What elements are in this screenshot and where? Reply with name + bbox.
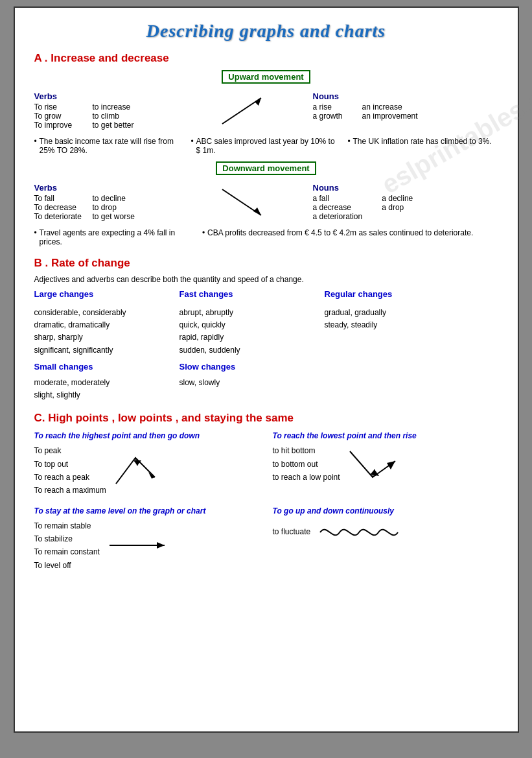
verb-def-2: to climb [93, 112, 119, 121]
nouns-col-1: a rise a growth [313, 102, 343, 121]
downward-verbs-col: Verbs To fall to decline To decrease to … [34, 183, 177, 222]
noun-3: an increase [362, 102, 418, 112]
small-changes-title: Small changes [34, 362, 177, 372]
svg-marker-11 [157, 542, 165, 549]
c-col-1b-words: To remain stableTo stabilizeTo remain co… [34, 519, 100, 573]
svg-marker-4 [148, 472, 155, 479]
fast-changes-words: abrupt, abruptlyquick, quicklyrapid, rap… [179, 307, 322, 357]
rate-description: Adjectives and adverbs can describe both… [34, 275, 498, 284]
downward-nouns-grid: a fall a decrease a deterioration a decl… [313, 194, 498, 221]
downward-arrow-icon [216, 183, 268, 222]
downward-box-title: Downward movement [216, 161, 316, 175]
section-c-row1: To reach the highest point and then go d… [34, 431, 498, 497]
slow-changes-col: Slow changes [179, 362, 322, 374]
upward-arrow-icon [216, 91, 268, 130]
upward-example-1: The basic income tax rate will rise from… [34, 137, 185, 155]
section-c-title: C. High points , low points , and stayin… [34, 412, 498, 425]
upward-verbs-col: Verbs To rise to increase To grow to cli… [34, 91, 177, 130]
changes-words-bottom: moderate, moderatelyslight, slightly slo… [34, 377, 498, 401]
section-c-row2: To stay at the same level on the graph o… [34, 506, 498, 573]
downward-nouns-col: Nouns a fall a decrease a deterioration … [306, 183, 498, 222]
upward-verbs-nouns: Verbs To rise to increase To grow to cli… [34, 91, 498, 130]
upward-box-title: Upward movement [222, 70, 310, 84]
c-col-2a-title: To reach the lowest point and then rise [273, 431, 498, 440]
dnoun-5: a drop [382, 203, 413, 212]
verb-def-1: to increase [93, 102, 131, 112]
section-a: A . Increase and decrease Upward movemen… [34, 52, 498, 246]
downward-nouns-label: Nouns [313, 183, 498, 193]
c-col-1b-content: To remain stableTo stabilizeTo remain co… [34, 519, 260, 573]
main-page: eslprintables.com Describing graphs and … [14, 6, 519, 733]
upward-verbs-label: Verbs [34, 91, 177, 101]
upward-nouns-grid: a rise a growth an increase an improveme… [313, 102, 498, 121]
upward-nouns-col: Nouns a rise a growth an increase an imp… [306, 91, 498, 130]
dverb-row-3: To deteriorate to get worse [34, 212, 177, 221]
nouns-col-2: an increase an improvement [362, 102, 418, 121]
downward-example-1: Travel agents are expecting a 4% fall in… [34, 228, 196, 246]
small-changes-col: Small changes [34, 362, 177, 374]
changes-grid-top: Large changes Fast changes Regular chang… [34, 289, 498, 302]
noun-1: a rise [313, 102, 343, 112]
dverb-def-1: to decline [93, 194, 126, 203]
noun-2: a growth [313, 112, 343, 121]
page-title: Describing graphs and charts [34, 21, 498, 41]
large-changes-title: Large changes [34, 289, 177, 299]
verb-3: To improve [34, 121, 86, 130]
downward-examples: Travel agents are expecting a 4% fall in… [34, 228, 498, 246]
large-changes-col: Large changes [34, 289, 177, 302]
dverb-1: To fall [34, 194, 86, 203]
c-col-2a-words: to hit bottomto bottom outto reach a low… [273, 444, 340, 484]
c-col-1a-content: To peakTo top outTo reach a peakTo reach… [34, 444, 260, 497]
dnouns-col-1: a fall a decrease a deterioration [313, 194, 363, 221]
empty-words [325, 377, 498, 401]
c-col-2b-content: to fluctuate [273, 519, 498, 545]
large-changes-words: considerable, considerablydramatic, dram… [34, 307, 177, 357]
upward-examples: The basic income tax rate will rise from… [34, 137, 498, 155]
regular-changes-words: gradual, graduallysteady, steadily [325, 307, 498, 357]
downward-arrow-area [177, 183, 306, 222]
dverb-def-2: to drop [93, 203, 117, 212]
upward-nouns-label: Nouns [313, 91, 498, 101]
empty-col [325, 362, 498, 374]
dnoun-4: a decline [382, 194, 413, 203]
dnoun-2: a decrease [313, 203, 363, 212]
dverb-row-2: To decrease to drop [34, 203, 177, 212]
regular-changes-title: Regular changes [325, 289, 498, 299]
verb-row-3: To improve to get better [34, 121, 177, 130]
changes-grid-bottom: Small changes Slow changes [34, 362, 498, 374]
stable-arrow-icon [106, 536, 171, 555]
verb-row-1: To rise to increase [34, 102, 177, 112]
c-col-1b-title: To stay at the same level on the graph o… [34, 506, 260, 515]
upward-example-2: ABC sales improved last year by 10% to $… [191, 137, 341, 155]
c-col-1a: To reach the highest point and then go d… [34, 431, 260, 497]
dverb-2: To decrease [34, 203, 86, 212]
noun-4: an improvement [362, 112, 418, 121]
upward-arrow-area [177, 91, 306, 130]
verb-row-2: To grow to climb [34, 112, 177, 121]
section-b-title: B . Rate of change [34, 257, 498, 270]
dnoun-1: a fall [313, 194, 363, 203]
dverb-3: To deteriorate [34, 212, 86, 221]
dverb-def-3: to get worse [93, 212, 135, 221]
fast-changes-col: Fast changes [179, 289, 322, 302]
bottom-arrow-icon [347, 445, 405, 484]
section-c: C. High points , low points , and stayin… [34, 412, 498, 572]
peak-arrow-icon [113, 451, 165, 490]
svg-marker-3 [253, 207, 261, 215]
verb-1: To rise [34, 102, 86, 112]
downward-example-2: CBA profits decreased from € 4.5 to € 4.… [202, 228, 498, 246]
c-col-1b: To stay at the same level on the graph o… [34, 506, 260, 573]
fluctuate-icon [317, 519, 401, 545]
regular-changes-col: Regular changes [325, 289, 498, 302]
fast-changes-title: Fast changes [179, 289, 322, 299]
c-col-1a-title: To reach the highest point and then go d… [34, 431, 260, 440]
upward-example-3: The UK inflation rate has climbed to 3%. [348, 137, 498, 155]
dverb-row-1: To fall to decline [34, 194, 177, 203]
small-changes-words: moderate, moderatelyslight, slightly [34, 377, 177, 401]
section-b: B . Rate of change Adjectives and adverb… [34, 257, 498, 401]
svg-marker-7 [387, 461, 395, 469]
c-col-2b-words: to fluctuate [273, 525, 311, 538]
verb-2: To grow [34, 112, 86, 121]
slow-changes-title: Slow changes [179, 362, 322, 372]
verb-def-3: to get better [93, 121, 134, 130]
